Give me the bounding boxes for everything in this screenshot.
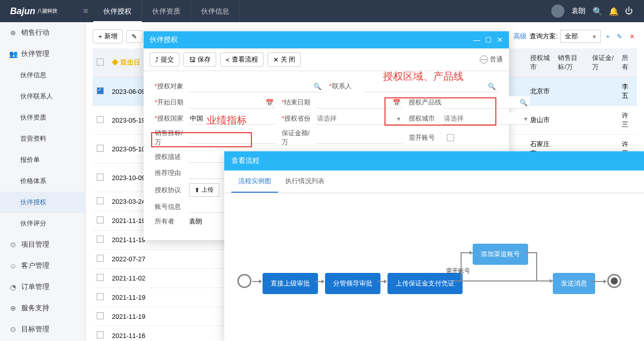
inp-country[interactable]	[189, 112, 276, 125]
sidebar-item-14[interactable]: ⊙目标管理	[0, 319, 85, 340]
sidebar-item-5[interactable]: 首营资料	[0, 128, 85, 149]
lbl-target: 销售目标/万	[155, 129, 189, 147]
sidebar-item-1[interactable]: 👥伙伴管理	[0, 43, 85, 65]
lbl-authobj: 授权对象	[155, 82, 189, 91]
maximize-icon[interactable]: ☐	[485, 36, 492, 44]
viewflow-button[interactable]: < 查看流程	[220, 52, 264, 67]
edit-button[interactable]: ✎	[126, 30, 143, 43]
sidebar-item-4[interactable]: 伙伴资质	[0, 107, 85, 128]
row-checkbox[interactable]	[97, 274, 104, 281]
search-icon[interactable]: 🔍	[313, 83, 321, 90]
flow-node-4: 添加渠道账号	[473, 244, 528, 265]
sidebar-item-11[interactable]: ☺客户管理	[0, 255, 85, 276]
owner-value: 袁朗	[189, 217, 202, 226]
inp-target[interactable]	[189, 132, 276, 144]
flow-node-3: 上传保证金支付凭证	[388, 273, 463, 294]
sidebar-item-13[interactable]: ⊕服务支持	[0, 298, 85, 319]
edit-icon[interactable]: ✎	[615, 32, 624, 41]
row-checkbox[interactable]	[97, 87, 104, 94]
scheme-label: 查询方案:	[530, 32, 558, 41]
row-checkbox[interactable]	[97, 116, 104, 123]
flow-node-2: 分管领导审批	[325, 273, 380, 294]
chevron-down-icon[interactable]: ▾	[397, 115, 401, 123]
row-checkbox[interactable]	[97, 145, 104, 152]
add-button[interactable]: +新增	[93, 29, 123, 43]
search-icon[interactable]: 🔍	[520, 99, 528, 106]
tab-auth[interactable]: 伙伴授权	[93, 0, 142, 22]
bell-icon[interactable]: 🔔	[609, 7, 618, 16]
lbl-contact: 联系人	[330, 82, 364, 91]
inp-product[interactable]	[443, 96, 530, 108]
cell-date: 2021-11-19	[108, 288, 153, 307]
username: 袁朗	[571, 7, 586, 16]
row-checkbox[interactable]	[97, 312, 104, 319]
sidebar-item-8[interactable]: 伙伴授权	[0, 192, 85, 213]
inp-authobj[interactable]	[189, 80, 324, 92]
calendar-icon[interactable]: 📅	[266, 99, 274, 106]
row-checkbox[interactable]	[97, 236, 104, 243]
close-icon[interactable]: ✕	[497, 36, 503, 44]
check-all[interactable]	[97, 59, 104, 66]
row-checkbox[interactable]	[97, 331, 104, 338]
lbl-rec: 推荐理由	[155, 168, 189, 178]
avatar[interactable]	[551, 5, 564, 18]
logo: Bajun 八骏科技	[0, 6, 78, 17]
lbl-end: 结束日期	[282, 98, 316, 107]
sidebar-item-7[interactable]: 价格体系	[0, 170, 85, 192]
sidebar-item-9[interactable]: 伙伴评分	[0, 213, 85, 234]
chk-needacct[interactable]	[447, 134, 454, 141]
row-checkbox[interactable]	[97, 197, 104, 204]
calendar-icon[interactable]: 📅	[393, 99, 401, 106]
cell-date: 2021-11-02	[108, 269, 153, 288]
inp-contact[interactable]	[364, 80, 498, 92]
inp-deposit[interactable]	[316, 132, 403, 144]
tab-info[interactable]: 伙伴信息	[191, 0, 240, 22]
cell-date: 2022-07-27	[108, 250, 153, 269]
row-checkbox[interactable]	[97, 293, 104, 300]
lbl-acct: 账号信息	[155, 202, 189, 211]
scheme-select[interactable]: 全部▾	[560, 30, 601, 43]
sidebar-item-2[interactable]: 伙伴信息	[0, 65, 85, 86]
add-icon[interactable]: +	[604, 32, 612, 41]
inp-city[interactable]	[443, 112, 530, 125]
row-checkbox[interactable]	[97, 216, 104, 223]
sidebar-item-6[interactable]: 报价单	[0, 149, 85, 170]
menu-toggle[interactable]: ≡	[78, 7, 93, 16]
close-button[interactable]: ✕ 关 闭	[268, 52, 301, 67]
flow-tab-diagram[interactable]: 流程实例图	[231, 170, 278, 193]
inp-start[interactable]	[189, 96, 276, 108]
search-icon[interactable]: 🔍	[593, 7, 602, 16]
flow-tab-list[interactable]: 执行情况列表	[278, 170, 332, 193]
save-button[interactable]: 🖫 保存	[183, 52, 216, 67]
inp-province[interactable]	[316, 112, 403, 125]
delete-icon[interactable]: ✕	[627, 32, 637, 41]
flow-end	[607, 274, 621, 288]
sidebar-item-12[interactable]: ◔订单管理	[0, 276, 85, 298]
col-city[interactable]: 授权城市	[526, 48, 554, 77]
upload-button[interactable]: ⬆ 上传	[189, 183, 219, 197]
power-icon[interactable]: ⏻	[625, 7, 634, 16]
lbl-product: 授权产品线	[409, 98, 443, 107]
col-owner[interactable]: 所有	[618, 48, 637, 77]
row-checkbox[interactable]	[97, 255, 104, 262]
col-target[interactable]: 销售目标/万	[554, 48, 588, 77]
sidebar-item-0[interactable]: ⊕销售行动	[0, 22, 85, 43]
normal-toggle[interactable]: —普通	[480, 55, 503, 64]
chevron-down-icon[interactable]: ▾	[524, 115, 528, 123]
cell-owner: 李五	[618, 77, 637, 106]
search-icon[interactable]: 🔍	[488, 83, 496, 90]
submit-button[interactable]: ⤴ 提交	[150, 52, 179, 67]
col-date[interactable]: 双击日	[112, 59, 140, 66]
row-checkbox[interactable]	[97, 174, 104, 181]
lbl-agree: 授权协议	[155, 186, 189, 195]
sidebar-item-10[interactable]: ⊙项目管理	[0, 234, 85, 255]
col-deposit[interactable]: 保证金/万	[588, 48, 618, 77]
tab-qual[interactable]: 伙伴资质	[142, 0, 191, 22]
lbl-country: 授权国家	[155, 114, 189, 123]
inp-end[interactable]	[316, 96, 403, 108]
modal-title: 伙伴授权	[150, 35, 178, 44]
sidebar-item-3[interactable]: 伙伴联系人	[0, 86, 85, 107]
advanced-link[interactable]: 高级	[513, 32, 527, 41]
lbl-province: 授权省份	[282, 114, 316, 123]
minimize-icon[interactable]: —	[473, 36, 480, 44]
